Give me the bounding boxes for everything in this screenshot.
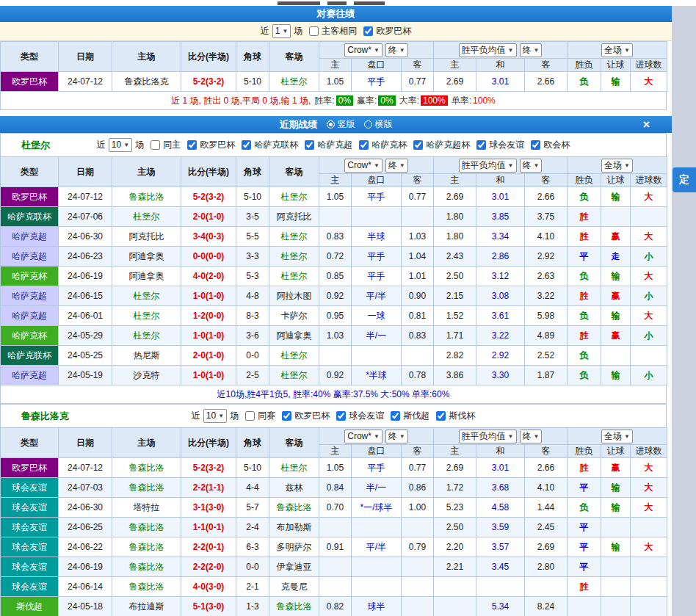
cell-asia-home: 0.95 <box>319 306 352 326</box>
cell-asia-away <box>402 346 434 366</box>
radio-horizontal[interactable] <box>364 120 372 128</box>
league-filter-checkbox[interactable] <box>531 140 540 150</box>
asia-odds-header: Crow*▼终▼ <box>319 42 434 59</box>
cell-league: 球会友谊 <box>1 537 59 557</box>
cell-goals-result: 大 <box>631 498 667 518</box>
asia-time-select[interactable]: 终▼ <box>385 159 408 173</box>
europe-odds-select[interactable]: 胜平负均值▼ <box>459 159 517 173</box>
cell-date: 24-06-15 <box>59 286 112 306</box>
cell-result: 胜 <box>568 326 601 346</box>
europe-time-select[interactable]: 终▼ <box>520 430 543 443</box>
league-filter-checkbox[interactable] <box>305 140 314 150</box>
asia-company-select[interactable]: Crow*▼ <box>344 159 383 173</box>
cell-score: 3-4(0-3) <box>181 227 236 247</box>
col-header: 比分(半场) <box>181 428 236 458</box>
chevron-down-icon: ▼ <box>534 433 540 440</box>
side-tab-button[interactable]: 定 <box>673 167 696 192</box>
header-row: 类型日期主场比分(半场)角球客场Crow*▼终▼胜平负均值▼终▼全场▼ <box>1 428 667 445</box>
dropdown-value: Crow* <box>347 160 371 170</box>
col-subheader: 胜负 <box>568 445 601 458</box>
league-filter-checkbox[interactable] <box>151 140 160 150</box>
cell-date: 24-07-12 <box>59 72 112 92</box>
close-icon[interactable]: × <box>643 119 650 131</box>
cell-eu-home: 1.80 <box>434 207 476 227</box>
league-filter-checkbox[interactable] <box>363 26 373 36</box>
europe-odds-select[interactable]: 胜平负均值▼ <box>459 43 517 57</box>
col-subheader: 主 <box>319 445 352 458</box>
cell-handicap: 平手 <box>352 458 402 478</box>
cell-result: 负 <box>568 306 601 326</box>
league-filter-checkbox[interactable] <box>436 411 446 421</box>
page-right-gutter <box>672 6 696 616</box>
cell-eu-home <box>434 597 476 616</box>
cell-league: 欧罗巴杯 <box>1 72 59 92</box>
match-count-select[interactable]: 1▼ <box>272 24 291 38</box>
cell-asia-home: 0.91 <box>319 537 352 557</box>
cell-asia-home: 1.05 <box>319 72 352 92</box>
cell-league: 球会友谊 <box>1 478 59 498</box>
col-subheader: 主 <box>434 59 476 72</box>
table-row: 斯伐超24-05-18布拉迪斯5-1(3-0)1-3鲁森比洛0.82球半5.34… <box>1 597 667 616</box>
league-filter-checkbox[interactable] <box>245 411 255 421</box>
cell-away: 卡萨尔 <box>269 306 319 326</box>
league-filter-checkbox[interactable] <box>187 140 197 150</box>
cell-asia-home: 0.92 <box>319 366 352 385</box>
cell-away: 杜堡尔 <box>269 458 319 478</box>
team-name: 杜堡尔 <box>21 139 50 152</box>
scope-select[interactable]: 全场▼ <box>601 159 633 173</box>
league-filter-checkbox[interactable] <box>476 140 486 150</box>
league-filter-checkbox[interactable] <box>242 140 251 150</box>
cell-score: 1-2(0-0) <box>181 306 236 326</box>
europe-time-select[interactable]: 终▼ <box>520 159 543 173</box>
chevron-down-icon: ▼ <box>399 433 405 440</box>
cell-eu-away: 3.75 <box>525 207 568 227</box>
checkbox-label: 同主 <box>163 139 181 151</box>
cell-handicap: 半/一 <box>352 326 402 346</box>
asia-time-select[interactable]: 终▼ <box>385 43 408 57</box>
cell-result: 负 <box>568 346 601 366</box>
cell-home: 沙克特 <box>112 366 181 385</box>
league-filter-checkbox[interactable] <box>391 411 400 421</box>
cell-corner: 5-10 <box>236 187 269 207</box>
match-count-select[interactable]: 10▼ <box>109 138 132 152</box>
asia-company-select[interactable]: Crow*▼ <box>344 43 383 57</box>
league-filter-checkbox[interactable] <box>309 26 319 36</box>
scope-select[interactable]: 全场▼ <box>601 430 633 443</box>
cell-asia-away: 0.83 <box>402 326 434 346</box>
asia-company-select[interactable]: Crow*▼ <box>344 430 383 443</box>
cell-handicap-result: 输 <box>601 478 631 498</box>
checkbox-label: 同赛 <box>258 410 275 422</box>
table-row: 哈萨克超24-06-30阿克托比3-4(0-3)5-5杜堡尔0.83半球1.03… <box>1 227 667 247</box>
clipped-text-fragment <box>327 1 347 5</box>
cell-home: 杜堡尔 <box>112 326 181 346</box>
cell-handicap-result <box>601 557 631 577</box>
europe-odds-select[interactable]: 胜平负均值▼ <box>459 430 517 443</box>
cell-eu-home <box>434 577 476 597</box>
table-row: 哈萨克超24-06-23阿迪拿奥0-0(0-0)3-3杜堡尔0.72平手1.04… <box>1 247 667 267</box>
match-count-select[interactable]: 10▼ <box>203 409 227 423</box>
radio-vertical[interactable] <box>327 120 335 128</box>
cell-handicap <box>352 557 402 577</box>
cell-goals-result <box>631 577 667 597</box>
dropdown-value: 终 <box>523 45 532 55</box>
league-filter-checkbox[interactable] <box>413 140 423 150</box>
europe-time-select[interactable]: 终▼ <box>520 43 543 57</box>
col-subheader: 胜负 <box>568 174 601 187</box>
scope-select[interactable]: 全场▼ <box>601 43 633 57</box>
table-row: 哈萨克杯24-06-19阿迪拿奥4-0(2-0)5-3杜堡尔0.85平手1.01… <box>1 267 667 286</box>
europe-odds-header: 胜平负均值▼终▼ <box>434 42 568 59</box>
cell-asia-away: 0.77 <box>402 72 434 92</box>
cell-result: 胜 <box>568 286 601 306</box>
recent-title-bar: 近期战绩 竖版 横版 × <box>0 116 672 133</box>
league-filter-checkbox[interactable] <box>336 411 346 421</box>
cell-eu-away: 8.24 <box>525 597 568 616</box>
cell-asia-home: 0.85 <box>319 267 352 286</box>
cell-handicap-result: 赢 <box>601 227 631 247</box>
league-filter-checkbox[interactable] <box>282 411 291 421</box>
table-row: 哈萨克超24-06-15杜堡尔1-0(1-0)4-8阿拉木图0.92平/半0.9… <box>1 286 667 306</box>
asia-time-select[interactable]: 终▼ <box>385 430 408 443</box>
cell-goals-result: 小 <box>631 366 667 385</box>
cell-eu-away: 1.87 <box>525 366 568 385</box>
cell-home: 布拉迪斯 <box>112 597 181 616</box>
league-filter-checkbox[interactable] <box>359 140 369 150</box>
